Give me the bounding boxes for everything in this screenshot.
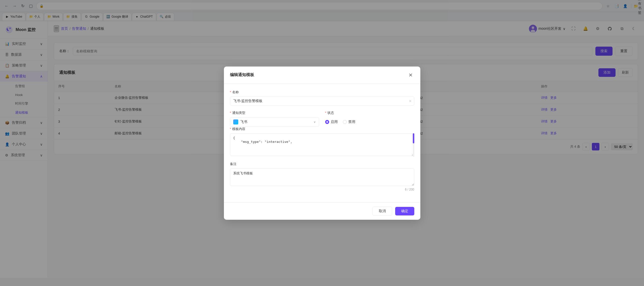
confirm-button[interactable]: 确定 bbox=[395, 207, 414, 215]
form-row-type-status: * 通知类型 飞书 ∨ * 状态 bbox=[230, 111, 414, 127]
modal-close-button[interactable]: ✕ bbox=[407, 72, 414, 79]
char-count: 6 / 200 bbox=[230, 188, 414, 191]
disabled-label: 禁用 bbox=[348, 120, 355, 124]
notify-type-display: 飞书 bbox=[233, 119, 312, 124]
notify-type-select[interactable]: 飞书 ∨ bbox=[230, 117, 319, 127]
name-label: * 名称 bbox=[230, 90, 414, 94]
edit-template-modal: 编辑通知模板 ✕ * 名称 ✕ * 通知类型 bbox=[224, 67, 420, 220]
template-content-textarea[interactable]: { "msg_type": "interactive", bbox=[230, 133, 414, 156]
modal-header: 编辑通知模板 ✕ bbox=[224, 67, 420, 84]
status-label-text: 状态 bbox=[327, 111, 334, 115]
template-textarea-wrapper: { "msg_type": "interactive", bbox=[230, 133, 414, 157]
template-scrollbar bbox=[413, 133, 414, 157]
form-group-remark: 备注 系统飞书模板 6 / 200 bbox=[230, 162, 414, 191]
name-input-wrapper: ✕ bbox=[230, 97, 414, 106]
cancel-button[interactable]: 取消 bbox=[372, 207, 392, 216]
remark-label-text: 备注 bbox=[230, 162, 236, 166]
type-label: * 通知类型 bbox=[230, 111, 319, 115]
feishu-logo-icon bbox=[233, 119, 238, 124]
enabled-label: 启用 bbox=[331, 120, 338, 124]
template-label: * 模板内容 bbox=[230, 127, 414, 131]
status-radio-group: 启用 禁用 bbox=[325, 117, 414, 127]
disabled-radio-circle bbox=[343, 120, 347, 124]
status-required-star: * bbox=[325, 111, 326, 115]
template-required-star: * bbox=[230, 127, 231, 131]
remark-textarea[interactable]: 系统飞书模板 bbox=[230, 168, 414, 186]
notify-type-value: 飞书 bbox=[240, 120, 247, 124]
enabled-radio-circle bbox=[325, 120, 329, 124]
type-label-text: 通知类型 bbox=[232, 111, 245, 115]
name-clear-icon[interactable]: ✕ bbox=[409, 99, 412, 103]
template-scrollbar-thumb bbox=[413, 133, 414, 143]
form-col-status: * 状态 启用 禁用 bbox=[325, 111, 414, 127]
modal-footer: 取消 确定 bbox=[224, 202, 420, 220]
type-required-star: * bbox=[230, 111, 231, 115]
template-label-text: 模板内容 bbox=[232, 127, 245, 131]
type-select-arrow-icon: ∨ bbox=[314, 120, 316, 124]
modal-title: 编辑通知模板 bbox=[230, 72, 254, 78]
status-disabled-option[interactable]: 禁用 bbox=[343, 120, 355, 124]
remark-label: 备注 bbox=[230, 162, 414, 166]
form-group-template: * 模板内容 { "msg_type": "interactive", bbox=[230, 127, 414, 157]
status-enabled-option[interactable]: 启用 bbox=[325, 120, 338, 124]
name-input[interactable] bbox=[230, 97, 414, 106]
form-group-name: * 名称 ✕ bbox=[230, 90, 414, 106]
modal-body: * 名称 ✕ * 通知类型 bbox=[224, 84, 420, 202]
name-label-text: 名称 bbox=[232, 90, 239, 94]
form-col-type: * 通知类型 飞书 ∨ bbox=[230, 111, 319, 127]
name-required-star: * bbox=[230, 90, 231, 94]
status-label: * 状态 bbox=[325, 111, 414, 115]
modal-overlay: 编辑通知模板 ✕ * 名称 ✕ * 通知类型 bbox=[0, 0, 644, 278]
